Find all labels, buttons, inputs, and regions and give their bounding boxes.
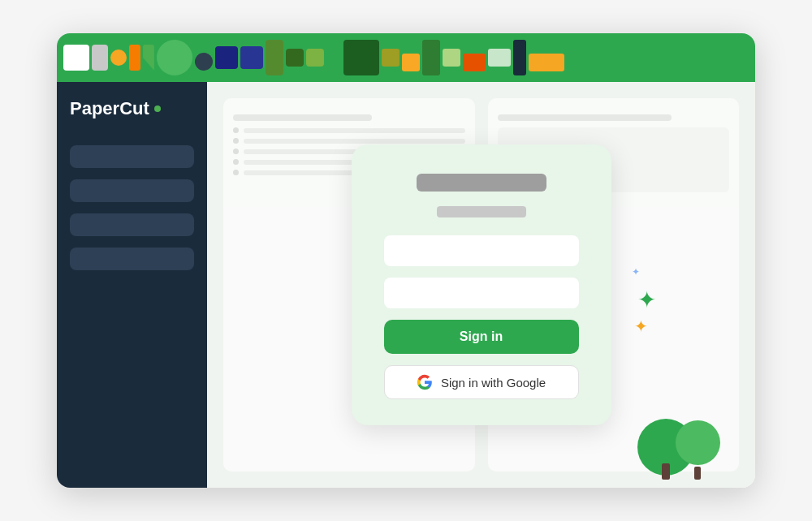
modal-title <box>417 174 546 192</box>
banner-sq-9 <box>240 46 263 69</box>
banner-sq-5 <box>143 45 154 71</box>
password-input[interactable] <box>384 278 579 308</box>
banner-sq-14 <box>343 40 379 75</box>
top-banner <box>57 33 755 82</box>
logo-dot <box>154 105 161 112</box>
google-icon <box>417 374 433 390</box>
sidebar-item-2[interactable] <box>70 179 194 202</box>
app-window: PaperCut <box>57 33 755 488</box>
google-button-label: Sign in with Google <box>441 376 546 390</box>
banner-sq-11 <box>286 49 304 67</box>
sidebar-item-4[interactable] <box>70 248 194 270</box>
banner-sq-13 <box>326 56 341 71</box>
sidebar: PaperCut <box>57 82 207 488</box>
sparkle-orange-icon: ✦ <box>634 316 648 336</box>
screenshot-wrapper: PaperCut <box>0 0 812 521</box>
login-modal: Sign in Sign in with Google <box>352 144 611 425</box>
banner-sq-20 <box>488 49 511 67</box>
banner-sq-15 <box>382 49 400 67</box>
modal-subtitle <box>437 206 526 217</box>
trees-wrapper <box>641 407 739 480</box>
trees-decoration <box>641 407 739 480</box>
sign-in-button[interactable]: Sign in <box>384 320 579 354</box>
banner-sq-7 <box>195 53 213 71</box>
tree-trunk-left <box>662 463 670 480</box>
banner-sq-3 <box>110 50 127 66</box>
sidebar-item-1[interactable] <box>70 145 194 168</box>
google-sign-in-button[interactable]: Sign in with Google <box>384 365 579 399</box>
content-area: Sign in Sign in with Google <box>207 82 755 488</box>
sidebar-logo: PaperCut <box>70 98 194 119</box>
sidebar-item-3[interactable] <box>70 213 194 236</box>
tree-trunk-right <box>694 467 701 480</box>
banner-sq-17 <box>422 40 440 75</box>
banner-sq-2 <box>92 45 108 71</box>
banner-sq-22 <box>529 54 564 71</box>
banner-sq-1 <box>63 45 89 71</box>
logo-text: PaperCut <box>70 98 149 119</box>
banner-sq-18 <box>443 49 460 67</box>
banner-sq-19 <box>463 54 486 71</box>
banner-sq-12 <box>306 49 324 67</box>
tree-small-circle <box>676 420 720 465</box>
banner-sq-6 <box>157 40 192 75</box>
banner-sq-16 <box>402 54 420 71</box>
username-input[interactable] <box>384 235 579 266</box>
banner-squares <box>57 33 755 82</box>
banner-sq-4 <box>129 45 140 71</box>
banner-sq-8 <box>215 46 238 69</box>
banner-sq-10 <box>266 40 283 75</box>
sparkle-green-icon: ✦ <box>637 286 656 313</box>
sparkle-blue-icon: ✦ <box>632 266 640 278</box>
main-area: PaperCut <box>57 82 755 488</box>
banner-sq-21 <box>513 40 526 75</box>
